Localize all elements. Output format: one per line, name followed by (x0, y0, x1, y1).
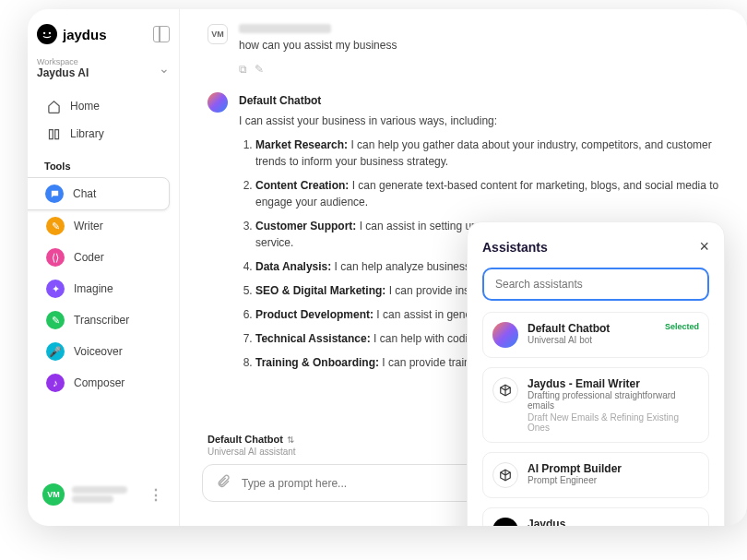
sidebar-item-imagine[interactable]: ✦ Imagine (37, 273, 170, 304)
close-icon[interactable]: × (699, 237, 709, 256)
home-icon (46, 99, 61, 113)
nav-label: Library (70, 127, 104, 140)
user-message-avatar: VM (208, 24, 228, 44)
tool-label: Writer (74, 220, 103, 232)
brand-name: jaydus (63, 27, 107, 42)
user-name-blurred (72, 484, 141, 505)
brand-icon (492, 518, 518, 526)
transcriber-icon: ✎ (46, 311, 65, 329)
writer-icon: ✎ (46, 217, 65, 235)
more-icon[interactable]: ⋮ (148, 486, 164, 504)
sidebar-item-chat[interactable]: Chat (28, 177, 170, 210)
user-avatar: VM (42, 483, 65, 506)
sidebar-collapse-icon[interactable] (153, 26, 170, 42)
swap-icon: ⇅ (287, 435, 294, 445)
assistant-item-jaydus[interactable]: Jaydus Advanced AI Assistant Ask Jaydus … (482, 507, 709, 526)
tool-label: Voiceover (74, 345, 123, 358)
sidebar-item-library[interactable]: Library (37, 120, 170, 148)
workspace-selector[interactable]: Workspace Jaydus AI ⌄ (37, 57, 170, 79)
svg-point-0 (43, 32, 45, 34)
bot-intro: I can assist your business in various wa… (239, 113, 719, 129)
user-name-blurred (239, 24, 331, 33)
assistant-item-prompt-builder[interactable]: AI Prompt Builder Prompt Engineer (482, 452, 709, 498)
sidebar-item-composer[interactable]: ♪ Composer (37, 367, 170, 399)
voiceover-icon: 🎤 (46, 342, 65, 361)
assistants-modal: Assistants × Default Chatbot Universal A… (467, 221, 725, 526)
tools-section-label: Tools (44, 161, 170, 172)
bot-avatar (208, 92, 228, 113)
chevron-down-icon: ⌄ (159, 61, 170, 76)
bot-name: Default Chatbot (239, 92, 719, 109)
coder-icon: ⟨⟩ (46, 248, 65, 267)
svg-point-1 (49, 32, 51, 34)
assistant-item-default[interactable]: Default Chatbot Universal AI bot Selecte… (482, 312, 709, 358)
library-icon (46, 126, 61, 141)
copy-icon[interactable]: ⧉ (239, 61, 247, 77)
cube-icon (492, 377, 518, 403)
modal-title: Assistants (482, 240, 548, 255)
logo: jaydus (37, 24, 170, 44)
tool-label: Imagine (74, 282, 113, 295)
tool-label: Transcriber (74, 314, 129, 327)
workspace-name: Jaydus AI (37, 66, 159, 79)
assistant-icon (492, 322, 518, 348)
assistant-item-email-writer[interactable]: Jaydus - Email Writer Drafting professio… (482, 367, 709, 443)
assistant-search-input[interactable] (482, 268, 709, 301)
tool-label: Chat (73, 187, 96, 200)
edit-icon[interactable]: ✎ (255, 61, 264, 77)
brand-icon (37, 24, 57, 44)
nav-label: Home (70, 100, 100, 113)
tool-label: Coder (74, 251, 104, 264)
user-menu[interactable]: VM ⋮ (37, 478, 170, 511)
sidebar-item-home[interactable]: Home (37, 92, 170, 120)
sidebar-item-voiceover[interactable]: 🎤 Voiceover (37, 336, 170, 367)
user-message: VM how can you assist my business ⧉ ✎ (208, 24, 719, 77)
selected-badge: Selected (665, 322, 699, 348)
composer-icon: ♪ (46, 374, 65, 392)
tool-label: Composer (74, 376, 125, 389)
sidebar-item-coder[interactable]: ⟨⟩ Coder (37, 242, 170, 273)
attach-icon[interactable] (216, 474, 231, 492)
cube-icon (492, 462, 518, 488)
workspace-label: Workspace (37, 57, 159, 66)
sidebar-item-transcriber[interactable]: ✎ Transcriber (37, 304, 170, 336)
sidebar: jaydus Workspace Jaydus AI ⌄ Home Librar… (28, 9, 180, 526)
imagine-icon: ✦ (46, 280, 65, 298)
user-message-text: how can you assist my business (239, 37, 719, 54)
chat-icon (45, 185, 64, 203)
sidebar-item-writer[interactable]: ✎ Writer (37, 210, 170, 242)
